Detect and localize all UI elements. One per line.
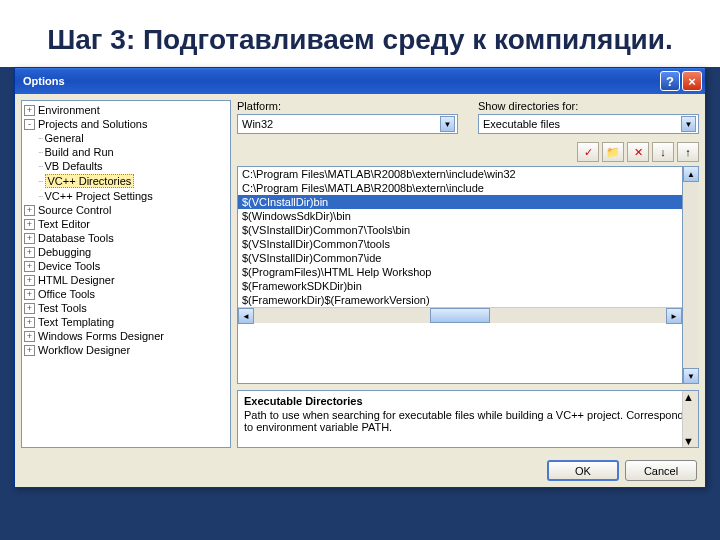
tree-item-label: Environment [38,104,100,116]
scroll-left-icon[interactable]: ◄ [238,308,254,324]
tree-item[interactable]: +Test Tools [24,301,228,315]
tree-item-label: VB Defaults [45,160,103,172]
showdirs-label: Show directories for: [478,100,699,112]
dialog-title: Options [23,75,65,87]
chevron-down-icon: ▼ [681,116,696,132]
tree-item[interactable]: ···Build and Run [24,145,228,159]
tree-item-label: Workflow Designer [38,344,130,356]
tree-item-label: General [45,132,84,144]
right-pane: Platform: Win32 ▼ Show directories for: … [237,100,699,448]
expand-icon[interactable]: + [24,233,35,244]
description-box: Executable Directories Path to use when … [237,390,699,448]
move-down-button[interactable]: ↓ [652,142,674,162]
tree-item-label: Projects and Solutions [38,118,147,130]
options-tree[interactable]: +Environment-Projects and Solutions···Ge… [21,100,231,448]
close-button[interactable]: × [682,71,702,91]
tree-item[interactable]: +Debugging [24,245,228,259]
platform-combo[interactable]: Win32 ▼ [237,114,458,134]
check-button[interactable]: ✓ [577,142,599,162]
horizontal-scrollbar[interactable]: ◄ ► [238,307,682,323]
showdirs-value: Executable files [483,118,560,130]
expand-icon[interactable]: + [24,317,35,328]
platform-value: Win32 [242,118,273,130]
tree-item[interactable]: +Device Tools [24,259,228,273]
tree-item-label: VC++ Project Settings [45,190,153,202]
desc-scrollbar[interactable]: ▲ ▼ [682,391,698,447]
directories-listbox[interactable]: C:\Program Files\MATLAB\R2008b\extern\in… [237,166,683,384]
expand-icon[interactable]: + [24,289,35,300]
tree-item[interactable]: ···VC++ Project Settings [24,189,228,203]
tree-item-label: VC++ Directories [45,174,135,188]
tree-item-label: Text Editor [38,218,90,230]
showdirs-combo[interactable]: Executable files ▼ [478,114,699,134]
tree-item-label: Database Tools [38,232,114,244]
move-up-button[interactable]: ↑ [677,142,699,162]
new-line-button[interactable]: 📁 [602,142,624,162]
tree-item-label: Source Control [38,204,111,216]
options-dialog: Options ? × +Environment-Projects and So… [14,67,706,488]
expand-icon[interactable]: + [24,219,35,230]
tree-item[interactable]: +Text Templating [24,315,228,329]
expand-icon[interactable]: + [24,331,35,342]
expand-icon[interactable]: + [24,205,35,216]
chevron-down-icon: ▼ [440,116,455,132]
tree-item-label: Device Tools [38,260,100,272]
tree-item[interactable]: +Text Editor [24,217,228,231]
expand-icon[interactable]: + [24,247,35,258]
list-item[interactable]: $(FrameworkDir)$(FrameworkVersion) [238,293,682,307]
tree-item-label: Test Tools [38,302,87,314]
scroll-right-icon[interactable]: ► [666,308,682,324]
tree-item-label: Build and Run [45,146,114,158]
list-item[interactable]: $(VCInstallDir)bin [238,195,682,209]
tree-item-label: Office Tools [38,288,95,300]
expand-icon[interactable]: + [24,261,35,272]
tree-item[interactable]: +Office Tools [24,287,228,301]
paths-toolbar: ✓ 📁 ✕ ↓ ↑ [237,142,699,162]
dialog-buttons: OK Cancel [15,454,705,487]
slide-title: Шаг 3: Подготавливаем среду к компиляции… [0,0,720,67]
tree-item[interactable]: +Workflow Designer [24,343,228,357]
tree-item-label: HTML Designer [38,274,115,286]
list-item[interactable]: $(VSInstallDir)Common7\Tools\bin [238,223,682,237]
vertical-scrollbar[interactable]: ▲ ▼ [683,166,699,384]
scroll-down-icon[interactable]: ▼ [683,368,699,384]
delete-button[interactable]: ✕ [627,142,649,162]
tree-item-label: Windows Forms Designer [38,330,164,342]
tree-item-label: Text Templating [38,316,114,328]
tree-item[interactable]: -Projects and Solutions [24,117,228,131]
collapse-icon[interactable]: - [24,119,35,130]
list-item[interactable]: C:\Program Files\MATLAB\R2008b\extern\in… [238,181,682,195]
expand-icon[interactable]: + [24,345,35,356]
scroll-up-icon[interactable]: ▲ [683,166,699,182]
scroll-down-icon[interactable]: ▼ [683,435,698,447]
description-title: Executable Directories [244,395,692,407]
scroll-up-icon[interactable]: ▲ [683,391,698,403]
cancel-button[interactable]: Cancel [625,460,697,481]
help-button[interactable]: ? [660,71,680,91]
tree-item[interactable]: +Source Control [24,203,228,217]
tree-item[interactable]: +Database Tools [24,231,228,245]
description-text: Path to use when searching for executabl… [244,409,692,433]
list-item[interactable]: C:\Program Files\MATLAB\R2008b\extern\in… [238,167,682,181]
tree-item[interactable]: ···VC++ Directories [24,173,228,189]
expand-icon[interactable]: + [24,105,35,116]
tree-item[interactable]: ···General [24,131,228,145]
scroll-thumb[interactable] [430,308,490,323]
titlebar: Options ? × [15,68,705,94]
expand-icon[interactable]: + [24,275,35,286]
tree-item[interactable]: +HTML Designer [24,273,228,287]
list-item[interactable]: $(VSInstallDir)Common7\tools [238,237,682,251]
list-item[interactable]: $(WindowsSdkDir)\bin [238,209,682,223]
expand-icon[interactable]: + [24,303,35,314]
tree-item[interactable]: +Windows Forms Designer [24,329,228,343]
list-item[interactable]: $(VSInstallDir)Common7\ide [238,251,682,265]
tree-item[interactable]: +Environment [24,103,228,117]
tree-item-label: Debugging [38,246,91,258]
list-item[interactable]: $(FrameworkSDKDir)bin [238,279,682,293]
list-item[interactable]: $(ProgramFiles)\HTML Help Workshop [238,265,682,279]
ok-button[interactable]: OK [547,460,619,481]
tree-item[interactable]: ···VB Defaults [24,159,228,173]
platform-label: Platform: [237,100,458,112]
